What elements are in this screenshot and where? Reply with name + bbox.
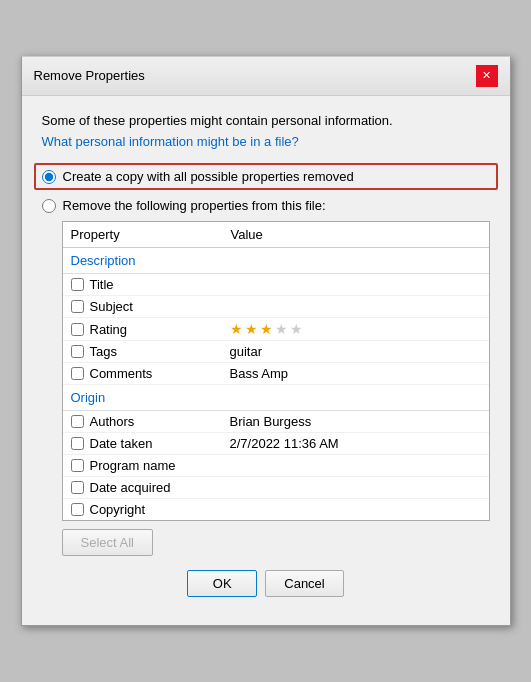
- dialog-body: Some of these properties might contain p…: [22, 96, 510, 625]
- checkbox-date-acquired[interactable]: [71, 481, 84, 494]
- ok-button[interactable]: OK: [187, 570, 257, 597]
- col-header-value: Value: [231, 227, 481, 242]
- checkbox-program-name[interactable]: [71, 459, 84, 472]
- prop-name-rating: Rating: [90, 322, 230, 337]
- checkbox-tags[interactable]: [71, 345, 84, 358]
- prop-value-tags: guitar: [230, 344, 481, 359]
- checkbox-subject[interactable]: [71, 300, 84, 313]
- option2-radio[interactable]: [42, 199, 56, 213]
- checkbox-copyright[interactable]: [71, 503, 84, 516]
- prop-name-comments: Comments: [90, 366, 230, 381]
- footer-buttons: OK Cancel: [42, 564, 490, 613]
- remove-properties-dialog: Remove Properties ✕ Some of these proper…: [21, 56, 511, 626]
- prop-value-date-taken: 2/7/2022 11:36 AM: [230, 436, 481, 451]
- table-row: Date taken 2/7/2022 11:36 AM: [63, 433, 489, 455]
- select-all-row: Select All: [42, 521, 490, 564]
- star-3: ★: [260, 321, 273, 337]
- star-4: ★: [275, 321, 288, 337]
- checkbox-authors[interactable]: [71, 415, 84, 428]
- info-link[interactable]: What personal information might be in a …: [42, 134, 299, 149]
- prop-name-tags: Tags: [90, 344, 230, 359]
- options-section: Create a copy with all possible properti…: [42, 163, 490, 213]
- checkbox-rating[interactable]: [71, 323, 84, 336]
- section-origin: Origin: [63, 385, 489, 411]
- prop-name-authors: Authors: [90, 414, 230, 429]
- prop-value-authors: Brian Burgess: [230, 414, 481, 429]
- option1-radio-label[interactable]: Create a copy with all possible properti…: [34, 163, 498, 190]
- dialog-title: Remove Properties: [34, 68, 145, 83]
- checkbox-title[interactable]: [71, 278, 84, 291]
- title-bar-left: Remove Properties: [34, 68, 145, 83]
- checkbox-comments[interactable]: [71, 367, 84, 380]
- info-text: Some of these properties might contain p…: [42, 112, 490, 130]
- star-1: ★: [230, 321, 243, 337]
- star-2: ★: [245, 321, 258, 337]
- prop-name-title: Title: [90, 277, 230, 292]
- star-5: ★: [290, 321, 303, 337]
- table-row: Copyright: [63, 499, 489, 521]
- checkbox-date-taken[interactable]: [71, 437, 84, 450]
- stars-container: ★ ★ ★ ★ ★: [230, 321, 481, 337]
- prop-value-comments: Bass Amp: [230, 366, 481, 381]
- table-row: Program name: [63, 455, 489, 477]
- table-row: Tags guitar: [63, 341, 489, 363]
- prop-name-subject: Subject: [90, 299, 230, 314]
- table-row: Subject: [63, 296, 489, 318]
- table-row: Date acquired: [63, 477, 489, 499]
- table-row: Comments Bass Amp: [63, 363, 489, 385]
- option2-label: Remove the following properties from thi…: [63, 198, 326, 213]
- prop-value-rating: ★ ★ ★ ★ ★: [230, 321, 481, 337]
- title-bar: Remove Properties ✕: [22, 57, 510, 96]
- select-all-button[interactable]: Select All: [62, 529, 153, 556]
- prop-name-date-acquired: Date acquired: [90, 480, 230, 495]
- table-header: Property Value: [63, 222, 489, 248]
- option1-radio[interactable]: [42, 170, 56, 184]
- option2-radio-label[interactable]: Remove the following properties from thi…: [42, 198, 490, 213]
- prop-name-copyright: Copyright: [90, 502, 230, 517]
- prop-name-date-taken: Date taken: [90, 436, 230, 451]
- table-row: Title: [63, 274, 489, 296]
- section-description: Description: [63, 248, 489, 274]
- table-row: Authors Brian Burgess: [63, 411, 489, 433]
- option1-label: Create a copy with all possible properti…: [63, 169, 354, 184]
- property-table-container: Property Value Description Title Subject…: [62, 221, 490, 521]
- close-button[interactable]: ✕: [476, 65, 498, 87]
- col-header-property: Property: [71, 227, 231, 242]
- prop-name-program-name: Program name: [90, 458, 230, 473]
- cancel-button[interactable]: Cancel: [265, 570, 343, 597]
- table-row: Rating ★ ★ ★ ★ ★: [63, 318, 489, 341]
